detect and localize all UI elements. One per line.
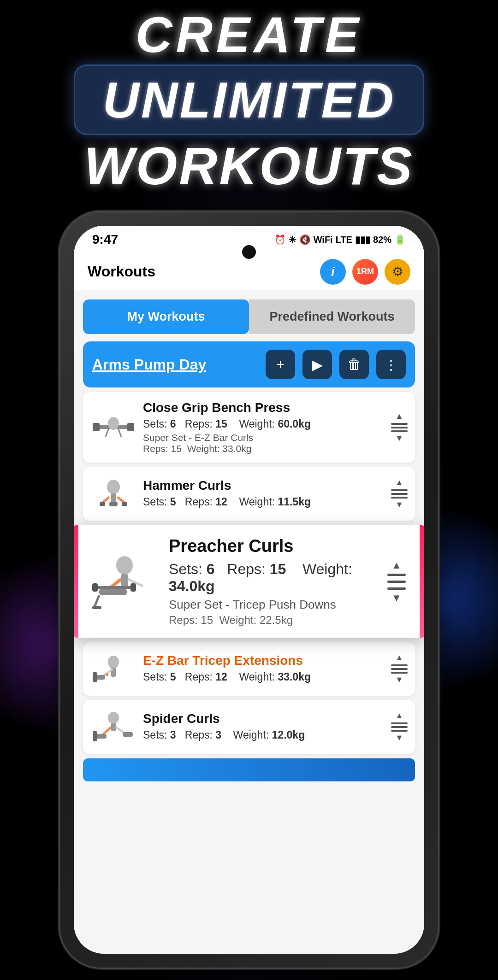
hero-section: CREATE UNLIMITED WORKOUTS xyxy=(0,9,498,193)
mute-icon: 🔇 xyxy=(299,234,311,245)
drag-arrows-icon: ▲ xyxy=(395,478,403,487)
info-button[interactable]: i xyxy=(320,259,346,285)
drag-down-icon: ▼ xyxy=(391,593,402,603)
svg-rect-20 xyxy=(95,586,131,589)
header-icons: i 1RM ⚙ xyxy=(320,259,410,285)
delete-workout-button[interactable]: 🗑 xyxy=(339,350,369,379)
exercise-info: Hammer Curls Sets: 5 Reps: 12 Weight: 11… xyxy=(143,478,385,510)
drag-handle[interactable]: ▲ ▼ xyxy=(391,412,408,443)
play-icon: ▶ xyxy=(312,357,323,373)
exercise-image xyxy=(90,651,136,687)
exercise-image xyxy=(90,709,136,745)
svg-rect-11 xyxy=(100,502,105,506)
exercise-list: Close Grip Bench Press Sets: 6 Reps: 15 … xyxy=(74,387,424,954)
status-time: 9:47 xyxy=(92,232,118,247)
hero-unlimited-box: UNLIMITED xyxy=(74,65,425,135)
drag-arrows-icon: ▲ xyxy=(395,412,403,421)
drag-line xyxy=(387,574,406,576)
phone-content: 9:47 ⏰ ✳ 🔇 WiFi LTE ▮▮▮ 82% 🔋 W xyxy=(74,226,424,954)
phone-outer-frame: 9:47 ⏰ ✳ 🔇 WiFi LTE ▮▮▮ 82% 🔋 W xyxy=(60,212,438,968)
drag-line-3 xyxy=(391,730,408,732)
svg-rect-14 xyxy=(121,574,128,587)
hero-create-text: CREATE xyxy=(0,9,498,60)
drag-line-3 xyxy=(391,672,408,674)
more-options-button[interactable]: ⋮ xyxy=(376,350,406,379)
hero-workouts-text: WORKOUTS xyxy=(0,140,498,193)
drag-line-3 xyxy=(391,497,408,499)
drag-line xyxy=(387,581,406,583)
svg-point-6 xyxy=(107,480,120,494)
exercise-name: E-Z Bar Tricep Extensions xyxy=(143,653,385,668)
exercise-item: E-Z Bar Tricep Extensions Sets: 5 Reps: … xyxy=(83,642,415,696)
exercise-name: Close Grip Bench Press xyxy=(143,400,385,415)
info-icon: i xyxy=(331,264,335,279)
plus-icon: + xyxy=(276,357,285,372)
more-icon: ⋮ xyxy=(384,357,398,373)
battery-icon: 🔋 xyxy=(394,234,406,245)
signal-icon: ▮▮▮ xyxy=(355,234,370,245)
svg-rect-17 xyxy=(99,588,127,595)
exercise-superset: Super Set - E-Z Bar Curls xyxy=(143,432,385,443)
svg-point-29 xyxy=(108,712,119,724)
exercise-superset: Super Set - Tricep Push Downs xyxy=(169,598,380,612)
lte-icon: LTE xyxy=(336,235,352,245)
exercise-stats: Sets: 5 Reps: 12 Weight: 11.5kg xyxy=(143,496,385,508)
wifi-icon: WiFi xyxy=(314,235,333,245)
app-title: Workouts xyxy=(88,263,155,280)
exercise-info: Spider Curls Sets: 3 Reps: 3 Weight: 12.… xyxy=(143,711,385,743)
exercise-image xyxy=(90,409,136,446)
drag-line-1 xyxy=(391,423,408,425)
tab-my-workouts[interactable]: My Workouts xyxy=(83,299,249,334)
play-workout-button[interactable]: ▶ xyxy=(302,350,332,379)
drag-arrows-down-icon: ▼ xyxy=(395,734,403,743)
drag-handle[interactable]: ▲ ▼ xyxy=(387,560,406,603)
drag-line-3 xyxy=(391,430,408,432)
bottom-action-bar[interactable] xyxy=(83,758,415,781)
tab-predefined-label: Predefined Workouts xyxy=(269,310,394,323)
drag-arrows-down-icon: ▼ xyxy=(395,500,403,510)
exercise-item-highlighted: Preacher Curls Sets: 6 Reps: 15 Weight: … xyxy=(74,525,424,638)
exercise-stats: Sets: 5 Reps: 12 Weight: 33.0kg xyxy=(143,671,385,683)
settings-button[interactable]: ⚙ xyxy=(385,259,410,285)
svg-line-5 xyxy=(118,428,121,437)
drag-line-2 xyxy=(391,668,408,670)
svg-rect-30 xyxy=(111,723,116,731)
tab-predefined-workouts[interactable]: Predefined Workouts xyxy=(249,299,415,334)
workout-name[interactable]: Arms Pump Day xyxy=(92,356,258,373)
calc-button[interactable]: 1RM xyxy=(352,259,378,285)
phone-device: 9:47 ⏰ ✳ 🔇 WiFi LTE ▮▮▮ 82% 🔋 W xyxy=(60,212,438,968)
drag-line xyxy=(387,587,406,590)
exercise-stats: Sets: 6 Reps: 15 Weight: 34.0kg xyxy=(169,561,380,595)
camera-notch xyxy=(242,245,256,259)
calc-icon: 1RM xyxy=(356,267,374,276)
gear-icon: ⚙ xyxy=(392,264,403,279)
svg-line-18 xyxy=(95,595,99,607)
drag-handle[interactable]: ▲ ▼ xyxy=(391,478,408,510)
app-header: Workouts i 1RM ⚙ xyxy=(74,253,424,290)
drag-line-1 xyxy=(391,664,408,666)
svg-rect-22 xyxy=(130,583,136,592)
svg-rect-12 xyxy=(122,502,127,506)
add-exercise-button[interactable]: + xyxy=(266,350,295,379)
drag-line-2 xyxy=(391,493,408,495)
drag-line-1 xyxy=(391,489,408,491)
exercise-info: E-Z Bar Tricep Extensions Sets: 5 Reps: … xyxy=(143,653,385,685)
highlight-left-border xyxy=(74,525,78,638)
drag-handle[interactable]: ▲ ▼ xyxy=(391,711,408,743)
battery-text: 82% xyxy=(373,235,391,245)
bluetooth-icon: ✳ xyxy=(289,234,296,245)
svg-rect-35 xyxy=(123,732,133,737)
drag-handle[interactable]: ▲ ▼ xyxy=(391,653,408,685)
svg-rect-19 xyxy=(92,606,101,609)
exercise-info: Preacher Curls Sets: 6 Reps: 15 Weight: … xyxy=(169,536,380,627)
alarm-icon: ⏰ xyxy=(274,234,286,245)
tab-my-workouts-label: My Workouts xyxy=(127,310,205,323)
hero-unlimited-text: UNLIMITED xyxy=(103,70,396,129)
tabs-container: My Workouts Predefined Workouts xyxy=(83,299,415,334)
exercise-stats: Sets: 3 Reps: 3 Weight: 12.0kg xyxy=(143,729,385,741)
drag-line-2 xyxy=(391,427,408,428)
svg-rect-27 xyxy=(93,672,97,682)
exercise-info: Close Grip Bench Press Sets: 6 Reps: 15 … xyxy=(143,400,385,454)
status-icons: ⏰ ✳ 🔇 WiFi LTE ▮▮▮ 82% 🔋 xyxy=(274,234,406,245)
drag-up-icon: ▲ xyxy=(391,560,402,570)
